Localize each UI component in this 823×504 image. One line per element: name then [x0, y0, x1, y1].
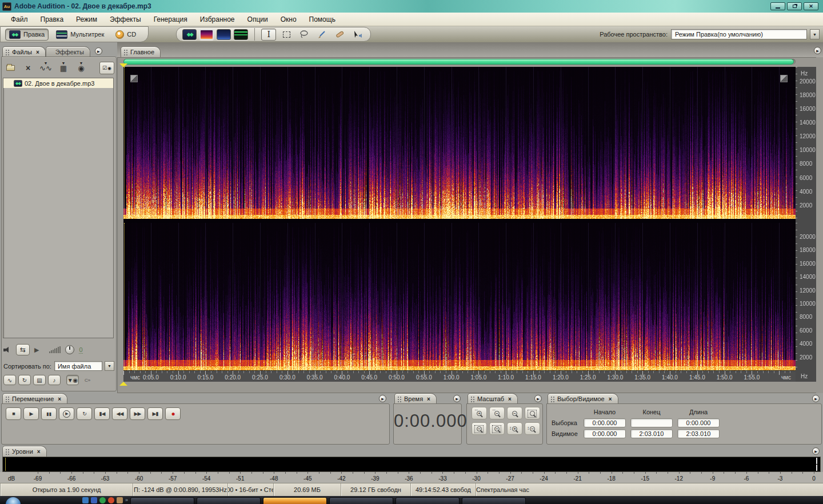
menu-item[interactable]: Эффекты — [103, 13, 147, 26]
zoom-in-horizontal-button[interactable]: + — [472, 407, 487, 419]
frequency-ruler[interactable]: Hz 2000018000160001400012000100008000600… — [796, 67, 816, 382]
zoom-out-full-button[interactable]: − — [507, 407, 522, 419]
view-end-field[interactable]: 2:03.010 — [630, 429, 673, 438]
volume-bars-icon[interactable] — [49, 346, 61, 353]
menu-item[interactable]: Избранное — [194, 13, 241, 26]
tab-close-icon[interactable]: × — [36, 49, 39, 55]
minimize-button[interactable] — [770, 2, 785, 10]
quick-launch-overflow-chevron[interactable]: » — [125, 497, 128, 503]
effects-paintbrush-tool[interactable] — [314, 29, 329, 41]
waveform-display-button[interactable]: ◆◆ — [182, 29, 197, 40]
quick-launch-icon[interactable] — [82, 497, 89, 503]
display-range-handle[interactable] — [130, 75, 138, 82]
auto-play-button[interactable]: ⇆ — [16, 344, 30, 355]
main-panel-flyout-button[interactable]: ▶ — [814, 47, 821, 54]
tab-files[interactable]: Файлы× — [2, 46, 46, 57]
zoom-out-vertical-button[interactable]: − — [525, 422, 540, 435]
menu-item[interactable]: Файл — [5, 13, 34, 26]
quick-launch-icon[interactable] — [117, 497, 123, 503]
multitrack-view-button[interactable]: Мультитрек — [52, 29, 108, 41]
tab-selection[interactable]: Выбор/Видимое× — [548, 393, 618, 404]
quick-launch-icon[interactable] — [99, 497, 106, 503]
taskbar-item-highlighted[interactable] — [263, 497, 327, 504]
menu-item[interactable]: Генерация — [147, 13, 194, 26]
insert-into-cd-button[interactable]: ▼◉ — [74, 62, 88, 74]
open-file-button[interactable] — [3, 62, 17, 74]
display-range-handle[interactable] — [780, 75, 788, 82]
time-selection-tool[interactable]: I — [261, 29, 276, 41]
tab-levels[interactable]: Уровни× — [2, 446, 47, 457]
taskbar-item[interactable] — [395, 497, 460, 504]
playhead-marker-bottom[interactable] — [119, 382, 127, 386]
files-panel-flyout-button[interactable]: ▶ — [95, 47, 102, 55]
menu-item[interactable]: Окно — [274, 13, 303, 26]
tab-close-icon[interactable]: × — [609, 396, 612, 402]
menu-item[interactable]: Опции — [241, 13, 274, 26]
tab-close-icon[interactable]: × — [37, 449, 41, 455]
tab-transport[interactable]: Перемещение× — [2, 393, 67, 404]
taskbar-item[interactable] — [329, 497, 393, 504]
selection-length-field[interactable]: 0:00.000 — [677, 418, 720, 427]
transport-pause-button[interactable]: ▮▮ — [41, 407, 57, 420]
zoom-in-vertical-button[interactable]: + — [507, 422, 522, 435]
selection-end-field[interactable] — [630, 418, 673, 427]
marquee-selection-tool[interactable] — [279, 29, 294, 41]
spectral-display[interactable] — [123, 67, 796, 370]
files-options-toggle[interactable]: ☑◉ — [99, 62, 114, 74]
transport-record-button[interactable]: ● — [165, 407, 181, 420]
show-midi-files-button[interactable]: ♪ — [48, 375, 61, 385]
show-video-files-button[interactable]: ▤ — [33, 375, 46, 385]
show-loop-files-button[interactable]: ↻ — [18, 375, 31, 385]
transport-go-to-end-button[interactable]: ▶▮ — [147, 407, 163, 420]
zoom-panel-flyout-button[interactable]: ▶ — [534, 395, 542, 402]
close-button[interactable]: ✕ — [804, 2, 818, 10]
tab-main[interactable]: Главное — [121, 46, 161, 57]
transport-play-button[interactable]: ▶ — [23, 407, 39, 420]
selection-start-field[interactable]: 0:00.000 — [584, 418, 626, 427]
tab-effects[interactable]: Эффекты — [46, 46, 90, 57]
transport-panel-flyout-button[interactable]: ▶ — [379, 395, 386, 402]
view-start-field[interactable]: 0:00.000 — [584, 429, 626, 438]
spot-healing-brush-tool[interactable] — [332, 29, 347, 41]
file-list-item[interactable]: ◆◆ 02. Двое в декабре.mp3 — [3, 78, 113, 88]
import-file-button[interactable]: ▼∿∿ — [39, 62, 53, 74]
menu-item[interactable]: Режим — [70, 13, 103, 26]
insert-into-multitrack-button[interactable]: ▼▦ — [57, 62, 70, 74]
view-length-field[interactable]: 2:03.010 — [677, 429, 720, 438]
transport-rewind-button[interactable]: ◀◀ — [112, 407, 127, 420]
quick-launch-icon[interactable] — [91, 497, 97, 503]
timeline-ruler[interactable]: чмс чмс 0:05.00:10.00:15.00:20.00:25.00:… — [123, 370, 796, 382]
spectrogram-right-channel[interactable] — [123, 223, 796, 370]
db-ruler[interactable]: dB-69-66-63-60-57-54-51-48-45-42-39-36-3… — [0, 472, 823, 483]
zoom-selection-left-edge-button[interactable]: − — [472, 422, 487, 435]
cd-view-button[interactable]: CD — [111, 29, 140, 41]
sort-dropdown[interactable]: Имя файла — [54, 361, 102, 371]
zoom-selection-right-edge-button[interactable]: − — [489, 422, 505, 435]
spectral-phase-display-button[interactable] — [234, 29, 248, 40]
playhead-cursor[interactable] — [124, 223, 125, 370]
preview-volume-dial[interactable] — [65, 345, 74, 354]
taskbar-item[interactable] — [462, 497, 526, 504]
vu-meter[interactable] — [2, 457, 821, 472]
tab-close-icon[interactable]: × — [58, 396, 61, 402]
spectral-pan-display-button[interactable] — [217, 29, 231, 40]
lasso-selection-tool[interactable] — [297, 29, 311, 41]
edit-view-button[interactable]: ◆◆ Правка — [5, 29, 49, 41]
sort-dropdown-arrow[interactable]: ▼ — [105, 361, 114, 371]
transport-loop-playback-button[interactable]: ↻ — [77, 407, 92, 420]
transport-go-to-start-button[interactable]: ▮◀ — [94, 407, 110, 420]
tab-close-icon[interactable]: × — [427, 396, 430, 402]
horizontal-scrollbar-thumb[interactable] — [123, 59, 794, 65]
playhead-cursor[interactable] — [124, 67, 125, 219]
windows-taskbar[interactable]: » — [0, 496, 823, 504]
time-panel-flyout-button[interactable]: ▶ — [453, 395, 461, 402]
filter-options-button[interactable]: ▼◉ — [66, 375, 79, 385]
spectral-display-button[interactable] — [199, 29, 214, 40]
quick-launch-icon[interactable] — [108, 497, 114, 503]
tab-time[interactable]: Время× — [394, 393, 437, 404]
taskbar-item[interactable] — [197, 497, 261, 504]
levels-panel-flyout-button[interactable]: ▶ — [812, 447, 820, 455]
workspace-dropdown[interactable]: Режим Правка(по умолчанию) — [671, 29, 807, 39]
spectrogram-left-channel[interactable] — [123, 67, 796, 219]
horizontal-scrollbar-track[interactable] — [123, 59, 796, 65]
